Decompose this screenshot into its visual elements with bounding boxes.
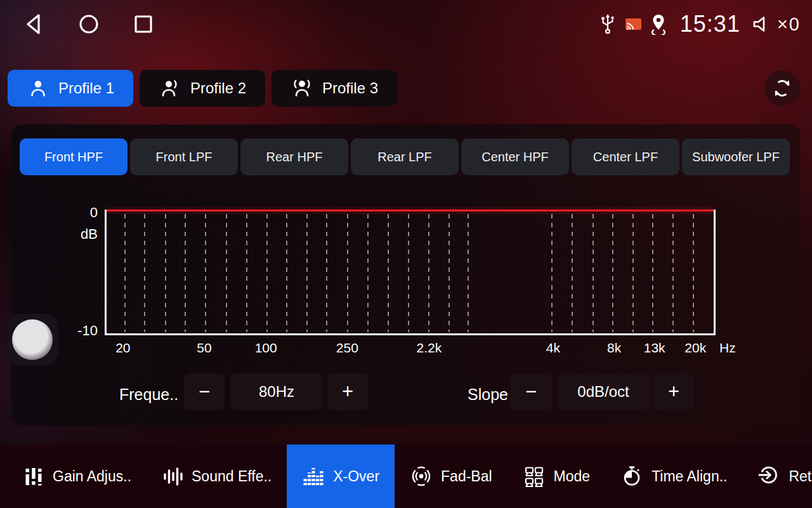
status-icons: 15:31 ×0 [598,11,801,37]
chart-gridline [652,214,653,332]
filter-tab-subwoofer-lpf[interactable]: Subwoofer LPF [682,138,790,175]
filter-tab-front-hpf[interactable]: Front HPF [20,138,128,175]
chart-gridline [612,214,613,332]
sync-refresh-icon [770,76,794,100]
chart-gridline [205,214,206,332]
nav-item-time-align[interactable]: Time Align.. [605,444,742,508]
xover-panel: Front HPFFront LPFRear HPFRear LPFCenter… [11,124,801,425]
nav-item-sound-effe[interactable]: Sound Effe.. [147,444,287,508]
chart-gridline [428,214,429,332]
recents-button[interactable] [131,11,156,37]
back-icon [22,11,47,37]
filter-tab-center-hpf[interactable]: Center HPF [461,138,569,175]
x-axis-tick-8k: 8k [607,340,621,356]
chart-gridline [124,214,126,332]
profile-user-2-icon [159,77,181,100]
mode-speakers-icon [523,465,546,488]
filter-tab-rear-lpf[interactable]: Rear LPF [351,138,459,175]
x-axis-tick-100: 100 [255,340,277,356]
time-alignment-icon [620,465,643,488]
fader-balance-icon [410,465,433,488]
x-axis-tick-4k: 4k [546,340,560,356]
recents-icon [131,11,156,37]
filter-tab-rear-hpf[interactable]: Rear HPF [240,138,348,175]
chart-gridline [286,214,287,332]
chart-gridline [226,214,227,332]
profile-tab-1[interactable]: Profile 1 [8,70,133,107]
volume-knob[interactable] [6,314,58,366]
sound-effects-icon [162,465,183,487]
chart-gridline [632,214,634,332]
profile-buttons: Profile 1Profile 2Profile 3 [8,70,397,107]
nav-item-label: Time Align.. [652,468,727,485]
filter-tab-row: Front HPFFront LPFRear HPFRear LPFCenter… [20,138,790,175]
y-axis-tick-0: 0 [67,204,98,221]
location-icon [650,13,667,35]
nav-item-label: Gain Adjus.. [53,468,131,485]
status-bar: 15:31 ×0 [0,0,812,48]
chart-gridline [185,214,186,332]
profile-user-1-icon [27,77,49,100]
volume-level: ×0 [777,14,801,35]
chart-gridline [449,214,450,332]
frequency-value: 80Hz [230,373,323,410]
x-axis-tick-50: 50 [197,340,211,356]
chart-gridline [672,214,674,332]
refresh-button[interactable] [764,70,800,106]
chart-gridline [144,214,145,332]
back-button[interactable] [22,11,47,37]
chart-gridline [367,214,369,332]
profile-tab-2[interactable]: Profile 2 [140,70,265,107]
chart-gridline [408,214,409,332]
cast-icon [625,18,642,31]
slope-plus-button[interactable]: + [653,373,694,410]
profile-row: Profile 1Profile 2Profile 3 [8,70,804,107]
slope-label: Slope [468,376,508,413]
clock: 15:31 [680,11,740,37]
gain-adjust-icon [23,465,44,487]
chart-gridline [593,214,594,332]
frequency-label: Freque.. [119,376,178,413]
slope-minus-button[interactable]: − [511,373,551,410]
usb-icon [598,13,617,36]
profile-tab-3[interactable]: Profile 3 [272,70,397,107]
nav-item-label: Sound Effe.. [192,468,272,485]
profile-user-3-icon [291,77,313,100]
profile-tab-label: Profile 1 [58,79,114,97]
android-nav-buttons [22,11,156,37]
x-axis-ticks: 20501002502.2k4k8k13k20k [105,340,716,358]
x-axis-tick-2-2k: 2.2k [416,340,442,356]
nav-item-label: Return [789,468,812,485]
chart-gridline [326,214,327,332]
filter-tab-front-lpf[interactable]: Front LPF [130,138,238,175]
nav-item-mode[interactable]: Mode [508,444,606,508]
frequency-minus-button[interactable]: − [184,373,225,410]
nav-item-return[interactable]: Return [742,444,812,508]
response-curve [107,210,714,211]
x-axis-tick-20: 20 [115,340,130,356]
x-axis-tick-20k: 20k [684,340,706,356]
x-axis-unit-label: Hz [719,340,736,356]
nav-item-x-over[interactable]: X-Over [287,444,395,508]
nav-item-label: Fad-Bal [441,468,492,485]
frequency-plus-button[interactable]: + [327,373,368,410]
nav-item-fad-bal[interactable]: Fad-Bal [395,444,508,508]
chart-gridline [468,214,469,332]
x-axis-tick-250: 250 [336,340,358,356]
chart-gridline [693,214,694,332]
y-axis-tick-min: -10 [67,323,98,339]
home-button[interactable] [76,11,102,37]
chart-gridline [388,214,389,332]
chart-gridline [306,214,308,332]
nav-item-gain-adjus[interactable]: Gain Adjus.. [8,444,147,508]
chart-gridline [266,214,268,332]
return-icon [757,465,780,488]
volume-muted-icon[interactable] [752,13,769,35]
profile-tab-label: Profile 3 [322,79,378,97]
filter-tab-center-lpf[interactable]: Center LPF [572,138,679,175]
chart-gridline [551,214,553,332]
slope-value: 0dB/oct [557,373,650,410]
chart-gridline [246,214,247,332]
y-axis-unit-label: dB [67,226,98,243]
profile-tab-label: Profile 2 [190,79,246,97]
